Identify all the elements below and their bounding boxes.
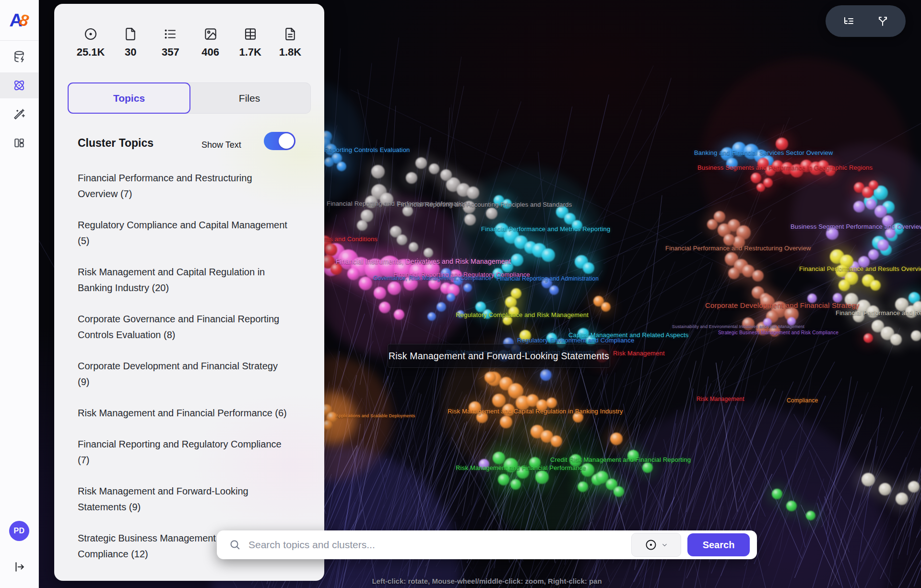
user-avatar[interactable]: PD (9, 521, 29, 541)
atom-icon (12, 79, 26, 92)
search-button[interactable]: Search (687, 533, 750, 556)
topic-item[interactable]: Risk Management and Forward-Looking Stat… (78, 483, 288, 515)
split-arrows-icon (877, 15, 888, 27)
sidebar-item-data-sources[interactable] (0, 44, 38, 70)
app-logo[interactable]: A 8 (0, 0, 38, 40)
sidebar-divider (0, 40, 38, 41)
stat-value: 1.7K (239, 46, 261, 59)
tree-view-button[interactable] (837, 10, 860, 33)
show-text-label: Show Text (201, 140, 241, 150)
stat-documents: 1.8K (275, 27, 306, 59)
cluster-topic-list: Financial Performance and Restructuring … (78, 170, 288, 577)
cluster-tooltip: Risk Management and Forward-Looking Stat… (388, 344, 610, 368)
wand-sparkles-icon (13, 108, 25, 120)
tab-files[interactable]: Files (189, 83, 310, 113)
topic-item[interactable]: Corporate Development and Financial Stra… (78, 358, 288, 390)
search-input[interactable] (248, 539, 631, 551)
tab-topics[interactable]: Topics (68, 82, 190, 114)
stat-value: 357 (162, 46, 179, 59)
panel-heading: Cluster Topics (78, 137, 154, 150)
search-scope-select[interactable] (631, 533, 681, 557)
view-toolbar (826, 5, 906, 37)
stat-lists: 357 (155, 27, 186, 59)
search-bar: Search (217, 530, 757, 559)
stat-tokens: 25.1K (75, 27, 106, 59)
stat-value: 406 (201, 46, 219, 59)
show-text-toggle[interactable] (264, 132, 295, 150)
topic-item[interactable]: Financial Reporting and Regulatory Compl… (78, 436, 288, 468)
stat-value: 25.1K (77, 46, 105, 59)
layout-panels-icon (13, 137, 25, 149)
sidebar-item-dashboard[interactable] (0, 130, 38, 156)
file-icon (123, 27, 138, 41)
circle-dot-icon (645, 539, 657, 551)
sidebar-item-enrichment[interactable] (0, 101, 38, 127)
stat-files: 30 (115, 27, 146, 59)
panel-tabs: Topics Files (68, 82, 311, 114)
sidebar-item-clusters[interactable] (0, 72, 38, 98)
cluster-tooltip-text: Risk Management and Forward-Looking Stat… (389, 351, 609, 362)
list-tree-icon (843, 15, 854, 27)
topics-panel: 25.1K 30 357 406 (54, 4, 324, 581)
database-zap-icon (13, 50, 25, 63)
stat-images: 406 (195, 27, 226, 59)
toggle-knob (279, 133, 294, 149)
circle-dot-icon (83, 27, 98, 41)
sidebar: A 8 (0, 0, 39, 588)
topic-item[interactable]: Risk Management and Financial Performanc… (78, 405, 288, 421)
topic-item[interactable]: Risk Management and Capital Regulation i… (78, 264, 288, 296)
logout-button[interactable] (0, 553, 38, 581)
search-icon (229, 539, 241, 551)
app-window: Reporting Controls EvaluationFinancial R… (0, 0, 921, 588)
stat-value: 30 (125, 46, 136, 59)
corpus-stats-row: 25.1K 30 357 406 (75, 27, 306, 59)
list-icon (163, 27, 177, 41)
topic-item[interactable]: Regulatory Compliance and Capital Manage… (78, 217, 288, 249)
document-text-icon (283, 27, 297, 41)
stat-value: 1.8K (279, 46, 301, 59)
topic-item[interactable]: Financial Performance and Restructuring … (78, 170, 288, 202)
controls-hint: Left-click: rotate, Mouse-wheel/middle-c… (336, 577, 638, 585)
topic-item[interactable]: Corporate Governance and Financial Repor… (78, 311, 288, 343)
image-icon (203, 27, 218, 41)
chevron-down-icon (661, 541, 668, 549)
logout-icon (13, 561, 25, 573)
stat-tables: 1.7K (235, 27, 266, 59)
table-icon (243, 27, 258, 41)
split-view-button[interactable] (871, 10, 894, 33)
